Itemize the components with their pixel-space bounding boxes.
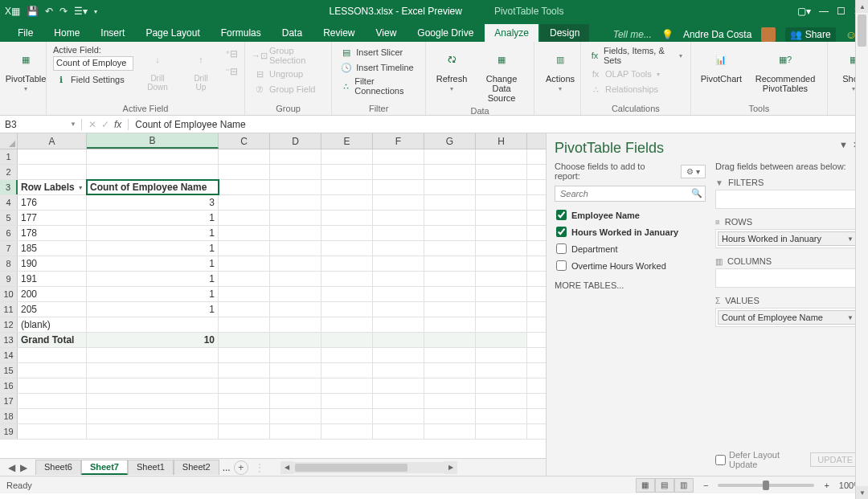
normal-view-button[interactable]: ▦ — [636, 478, 655, 493]
cell[interactable] — [270, 195, 321, 210]
tab-formulas[interactable]: Formulas — [211, 24, 271, 42]
undo-icon[interactable]: ↶ — [45, 6, 53, 17]
cell[interactable] — [270, 256, 321, 271]
share-button[interactable]: 👥 Share — [785, 27, 835, 42]
cell[interactable]: 1 — [87, 226, 219, 240]
refresh-button[interactable]: 🗘Refresh▾ — [432, 45, 471, 94]
maximize-icon[interactable]: ☐ — [837, 6, 845, 17]
user-name[interactable]: Andre Da Costa — [683, 29, 751, 40]
cell[interactable] — [219, 195, 270, 210]
cell[interactable] — [270, 226, 321, 240]
tab-google-drive[interactable]: Google Drive — [407, 24, 483, 42]
column-header-A[interactable]: A — [18, 133, 87, 149]
cell[interactable] — [476, 348, 527, 362]
cell[interactable] — [476, 195, 527, 210]
cell[interactable] — [373, 333, 424, 347]
cell[interactable] — [373, 195, 424, 210]
field-checkbox[interactable] — [556, 227, 567, 237]
cell[interactable] — [476, 424, 527, 439]
pivotchart-button[interactable]: 📊PivotChart — [698, 45, 745, 85]
sheet-tab-sheet2[interactable]: Sheet2 — [174, 460, 219, 475]
cell[interactable] — [321, 409, 373, 423]
cell[interactable]: (blank) — [18, 317, 87, 332]
cell[interactable] — [18, 363, 87, 378]
taskpane-dropdown-icon[interactable]: ▼ — [839, 140, 848, 150]
cell[interactable] — [219, 226, 270, 240]
row-header[interactable]: 11 — [0, 302, 18, 317]
row-header[interactable]: 17 — [0, 394, 18, 408]
insert-timeline-button[interactable]: 🕓Insert Timeline — [338, 60, 419, 75]
row-header[interactable]: 8 — [0, 256, 18, 271]
tab-file[interactable]: File — [8, 24, 43, 42]
cell[interactable] — [321, 149, 373, 164]
change-data-source-button[interactable]: ▦Change Data Source — [476, 45, 527, 104]
row-header[interactable]: 5 — [0, 211, 18, 225]
cell[interactable] — [219, 180, 270, 194]
row-header[interactable]: 7 — [0, 241, 18, 256]
add-sheet-button[interactable]: + — [234, 460, 248, 475]
cell[interactable] — [373, 180, 424, 194]
cell[interactable] — [321, 424, 373, 439]
cell[interactable] — [476, 302, 527, 317]
fields-items-sets-button[interactable]: fxFields, Items, & Sets▾ — [588, 45, 684, 66]
sheet-tab-sheet7[interactable]: Sheet7 — [81, 460, 128, 475]
fx-icon[interactable]: fx — [114, 119, 121, 130]
scroll-left-icon[interactable]: ◀ — [280, 461, 293, 474]
cell[interactable] — [373, 302, 424, 317]
cell[interactable] — [321, 165, 373, 179]
insert-slicer-button[interactable]: ▤Insert Slicer — [338, 45, 419, 59]
select-all-button[interactable] — [0, 133, 18, 149]
cell[interactable] — [373, 165, 424, 179]
qat-customize-icon[interactable]: ▾ — [94, 8, 97, 15]
olap-tools-button[interactable]: fxOLAP Tools▾ — [588, 67, 684, 81]
cell[interactable] — [424, 424, 476, 439]
cell[interactable] — [321, 256, 373, 271]
formula-input[interactable]: Count of Employee Name — [129, 119, 852, 130]
cell[interactable] — [87, 363, 219, 378]
cell[interactable] — [321, 241, 373, 256]
cell[interactable] — [219, 302, 270, 317]
cell[interactable] — [424, 333, 476, 347]
drill-up-button[interactable]: ↑ Drill Up — [182, 45, 220, 93]
cell[interactable] — [321, 378, 373, 393]
cell[interactable] — [321, 302, 373, 317]
cell[interactable] — [476, 272, 527, 286]
tab-view[interactable]: View — [366, 24, 407, 42]
cell[interactable] — [87, 149, 219, 164]
cell[interactable]: 1 — [87, 256, 219, 271]
cell[interactable] — [219, 287, 270, 301]
rows-chip[interactable]: Hours Worked in January▼ — [718, 231, 858, 246]
cell[interactable] — [373, 378, 424, 393]
cell[interactable] — [476, 180, 527, 194]
recommended-pivottables-button[interactable]: ▦?Recommended PivotTables — [750, 45, 821, 95]
cell[interactable] — [270, 348, 321, 362]
cell[interactable] — [270, 272, 321, 286]
tab-insert[interactable]: Insert — [91, 24, 134, 42]
row-header[interactable]: 1 — [0, 149, 18, 164]
column-header-H[interactable]: H — [476, 133, 527, 149]
fields-search-input[interactable] — [555, 186, 706, 202]
cell[interactable] — [321, 394, 373, 408]
row-header[interactable]: 13 — [0, 333, 18, 347]
cell[interactable] — [476, 165, 527, 179]
cell[interactable] — [373, 409, 424, 423]
cell[interactable] — [424, 287, 476, 301]
cell[interactable] — [270, 302, 321, 317]
cell[interactable] — [219, 378, 270, 393]
minimize-icon[interactable]: — — [819, 6, 829, 17]
cell[interactable] — [476, 256, 527, 271]
row-header[interactable]: 12 — [0, 317, 18, 332]
cell[interactable]: Grand Total — [18, 333, 87, 347]
column-header-F[interactable]: F — [373, 133, 424, 149]
column-header-E[interactable]: E — [321, 133, 373, 149]
row-header[interactable]: 10 — [0, 287, 18, 301]
cell[interactable] — [321, 363, 373, 378]
cell[interactable]: 190 — [18, 256, 87, 271]
cell[interactable] — [321, 195, 373, 210]
relationships-button[interactable]: ⛬Relationships — [588, 82, 684, 96]
scroll-up-icon[interactable]: ▲ — [856, 0, 868, 13]
cell[interactable] — [476, 241, 527, 256]
cell[interactable] — [321, 226, 373, 240]
cell[interactable] — [321, 272, 373, 286]
tell-me-search[interactable]: Tell me... — [613, 29, 652, 40]
